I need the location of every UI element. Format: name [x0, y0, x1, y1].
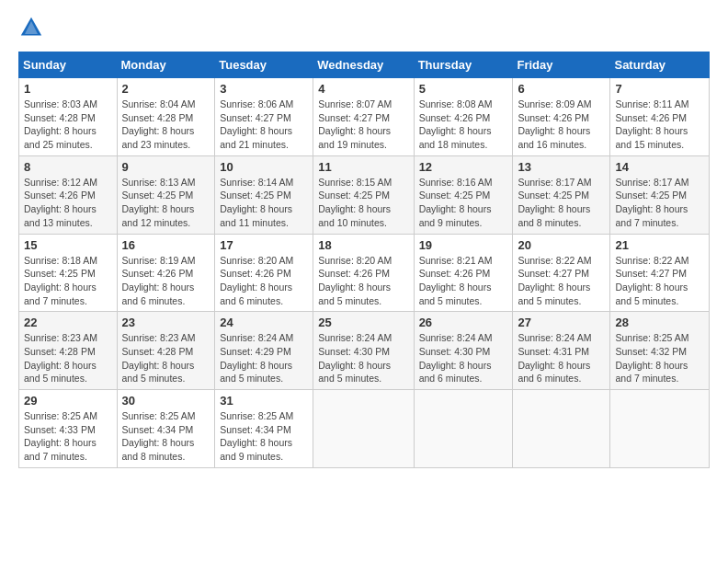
weekday-header: Thursday: [414, 52, 513, 78]
calendar-day-cell: 1 Sunrise: 8:03 AM Sunset: 4:28 PM Dayli…: [19, 78, 118, 156]
day-info: Sunrise: 8:14 AM Sunset: 4:25 PM Dayligh…: [220, 176, 308, 230]
day-number: 19: [419, 238, 508, 252]
logo: [18, 15, 48, 40]
calendar-day-cell: 21 Sunrise: 8:22 AM Sunset: 4:27 PM Dayl…: [610, 234, 710, 312]
calendar-day-cell: 6 Sunrise: 8:09 AM Sunset: 4:26 PM Dayli…: [513, 78, 610, 156]
day-info: Sunrise: 8:25 AM Sunset: 4:34 PM Dayligh…: [122, 409, 210, 464]
day-info: Sunrise: 8:24 AM Sunset: 4:30 PM Dayligh…: [318, 331, 408, 385]
calendar-day-cell: 22 Sunrise: 8:23 AM Sunset: 4:28 PM Dayl…: [19, 312, 118, 390]
calendar-day-cell: 24 Sunrise: 8:24 AM Sunset: 4:29 PM Dayl…: [215, 312, 313, 390]
day-info: Sunrise: 8:06 AM Sunset: 4:27 PM Dayligh…: [220, 98, 308, 152]
day-number: 12: [419, 160, 508, 174]
calendar-day-cell: 23 Sunrise: 8:23 AM Sunset: 4:28 PM Dayl…: [117, 312, 215, 390]
header: [18, 15, 710, 40]
day-info: Sunrise: 8:13 AM Sunset: 4:25 PM Dayligh…: [122, 176, 210, 230]
day-number: 2: [122, 82, 210, 96]
calendar-day-cell: [513, 390, 610, 468]
calendar-week-row: 15 Sunrise: 8:18 AM Sunset: 4:25 PM Dayl…: [19, 234, 710, 312]
day-info: Sunrise: 8:23 AM Sunset: 4:28 PM Dayligh…: [24, 331, 112, 385]
calendar-week-row: 8 Sunrise: 8:12 AM Sunset: 4:26 PM Dayli…: [19, 155, 710, 234]
calendar-header-row: SundayMondayTuesdayWednesdayThursdayFrid…: [19, 52, 710, 78]
calendar-day-cell: 26 Sunrise: 8:24 AM Sunset: 4:30 PM Dayl…: [414, 312, 513, 390]
calendar-day-cell: [414, 390, 513, 468]
day-info: Sunrise: 8:16 AM Sunset: 4:25 PM Dayligh…: [419, 176, 508, 230]
day-number: 24: [220, 316, 308, 329]
day-number: 9: [122, 160, 210, 174]
day-number: 16: [122, 238, 210, 252]
day-info: Sunrise: 8:09 AM Sunset: 4:26 PM Dayligh…: [518, 98, 605, 152]
day-number: 28: [615, 316, 704, 329]
day-number: 3: [220, 82, 308, 96]
day-number: 5: [419, 82, 508, 96]
calendar-day-cell: 29 Sunrise: 8:25 AM Sunset: 4:33 PM Dayl…: [19, 390, 118, 468]
calendar-day-cell: 4 Sunrise: 8:07 AM Sunset: 4:27 PM Dayli…: [313, 78, 414, 156]
day-info: Sunrise: 8:04 AM Sunset: 4:28 PM Dayligh…: [122, 98, 210, 152]
calendar-day-cell: 8 Sunrise: 8:12 AM Sunset: 4:26 PM Dayli…: [19, 155, 118, 234]
day-info: Sunrise: 8:24 AM Sunset: 4:29 PM Dayligh…: [220, 331, 308, 385]
day-number: 13: [518, 160, 605, 174]
logo-icon: [18, 15, 44, 40]
day-number: 4: [318, 82, 408, 96]
day-number: 1: [24, 82, 112, 96]
calendar-day-cell: 19 Sunrise: 8:21 AM Sunset: 4:26 PM Dayl…: [414, 234, 513, 312]
calendar-day-cell: 13 Sunrise: 8:17 AM Sunset: 4:25 PM Dayl…: [513, 155, 610, 234]
day-number: 25: [318, 316, 408, 329]
day-info: Sunrise: 8:07 AM Sunset: 4:27 PM Dayligh…: [318, 98, 408, 152]
day-info: Sunrise: 8:08 AM Sunset: 4:26 PM Dayligh…: [419, 98, 508, 152]
day-info: Sunrise: 8:25 AM Sunset: 4:32 PM Dayligh…: [615, 331, 704, 385]
day-info: Sunrise: 8:18 AM Sunset: 4:25 PM Dayligh…: [24, 254, 112, 308]
calendar-day-cell: 2 Sunrise: 8:04 AM Sunset: 4:28 PM Dayli…: [117, 78, 215, 156]
day-info: Sunrise: 8:21 AM Sunset: 4:26 PM Dayligh…: [419, 254, 508, 308]
day-number: 20: [518, 238, 605, 252]
calendar-day-cell: 30 Sunrise: 8:25 AM Sunset: 4:34 PM Dayl…: [117, 390, 215, 468]
day-info: Sunrise: 8:12 AM Sunset: 4:26 PM Dayligh…: [24, 176, 112, 230]
calendar-table: SundayMondayTuesdayWednesdayThursdayFrid…: [18, 52, 710, 468]
calendar-day-cell: 20 Sunrise: 8:22 AM Sunset: 4:27 PM Dayl…: [513, 234, 610, 312]
calendar-day-cell: 17 Sunrise: 8:20 AM Sunset: 4:26 PM Dayl…: [215, 234, 313, 312]
day-number: 31: [220, 394, 308, 408]
calendar-day-cell: 25 Sunrise: 8:24 AM Sunset: 4:30 PM Dayl…: [313, 312, 414, 390]
day-number: 6: [518, 82, 605, 96]
day-info: Sunrise: 8:23 AM Sunset: 4:28 PM Dayligh…: [122, 331, 210, 385]
weekday-header: Saturday: [610, 52, 710, 78]
calendar-week-row: 29 Sunrise: 8:25 AM Sunset: 4:33 PM Dayl…: [19, 390, 710, 468]
day-number: 8: [24, 160, 112, 174]
weekday-header: Monday: [117, 52, 215, 78]
day-number: 21: [615, 238, 704, 252]
day-number: 18: [318, 238, 408, 252]
calendar-day-cell: 9 Sunrise: 8:13 AM Sunset: 4:25 PM Dayli…: [117, 155, 215, 234]
day-number: 15: [24, 238, 112, 252]
day-info: Sunrise: 8:22 AM Sunset: 4:27 PM Dayligh…: [615, 254, 704, 308]
day-number: 14: [615, 160, 704, 174]
day-info: Sunrise: 8:03 AM Sunset: 4:28 PM Dayligh…: [24, 98, 112, 152]
calendar-day-cell: 27 Sunrise: 8:24 AM Sunset: 4:31 PM Dayl…: [513, 312, 610, 390]
calendar-day-cell: 5 Sunrise: 8:08 AM Sunset: 4:26 PM Dayli…: [414, 78, 513, 156]
calendar-day-cell: 3 Sunrise: 8:06 AM Sunset: 4:27 PM Dayli…: [215, 78, 313, 156]
calendar-week-row: 1 Sunrise: 8:03 AM Sunset: 4:28 PM Dayli…: [19, 78, 710, 156]
calendar-day-cell: 28 Sunrise: 8:25 AM Sunset: 4:32 PM Dayl…: [610, 312, 710, 390]
day-number: 7: [615, 82, 704, 96]
calendar-day-cell: [610, 390, 710, 468]
day-number: 30: [122, 394, 210, 408]
day-number: 27: [518, 316, 605, 329]
day-info: Sunrise: 8:25 AM Sunset: 4:34 PM Dayligh…: [220, 409, 308, 464]
day-number: 22: [24, 316, 112, 329]
calendar-day-cell: 16 Sunrise: 8:19 AM Sunset: 4:26 PM Dayl…: [117, 234, 215, 312]
day-number: 10: [220, 160, 308, 174]
day-info: Sunrise: 8:24 AM Sunset: 4:30 PM Dayligh…: [419, 331, 508, 385]
day-number: 17: [220, 238, 308, 252]
day-number: 11: [318, 160, 408, 174]
day-number: 29: [24, 394, 112, 408]
calendar-day-cell: 31 Sunrise: 8:25 AM Sunset: 4:34 PM Dayl…: [215, 390, 313, 468]
day-info: Sunrise: 8:17 AM Sunset: 4:25 PM Dayligh…: [518, 176, 605, 230]
day-info: Sunrise: 8:20 AM Sunset: 4:26 PM Dayligh…: [220, 254, 308, 308]
calendar-day-cell: 12 Sunrise: 8:16 AM Sunset: 4:25 PM Dayl…: [414, 155, 513, 234]
weekday-header: Friday: [513, 52, 610, 78]
day-info: Sunrise: 8:11 AM Sunset: 4:26 PM Dayligh…: [615, 98, 704, 152]
day-number: 23: [122, 316, 210, 329]
calendar-day-cell: [313, 390, 414, 468]
calendar-day-cell: 11 Sunrise: 8:15 AM Sunset: 4:25 PM Dayl…: [313, 155, 414, 234]
calendar-day-cell: 18 Sunrise: 8:20 AM Sunset: 4:26 PM Dayl…: [313, 234, 414, 312]
weekday-header: Sunday: [19, 52, 118, 78]
calendar-week-row: 22 Sunrise: 8:23 AM Sunset: 4:28 PM Dayl…: [19, 312, 710, 390]
